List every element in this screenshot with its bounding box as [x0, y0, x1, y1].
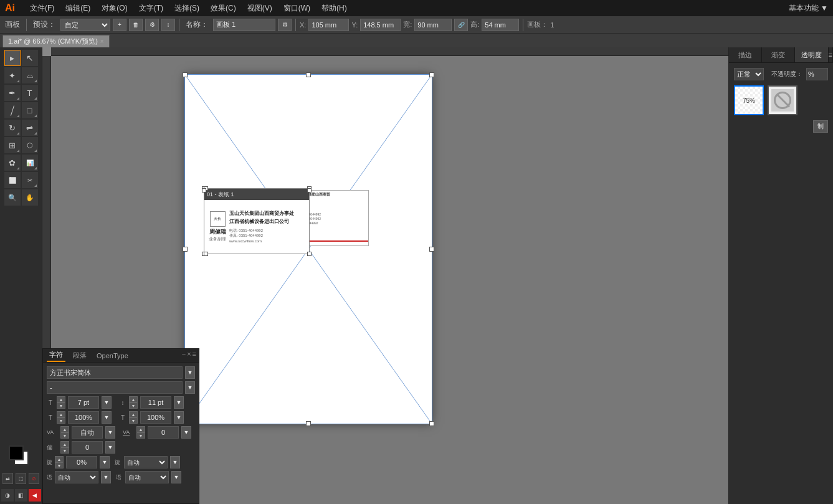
tab-transparency[interactable]: 透明度	[795, 47, 828, 62]
artboard-name-input[interactable]	[213, 19, 275, 31]
lock-aspect-btn[interactable]: 🔗	[454, 19, 468, 31]
font-size-input[interactable]	[68, 396, 99, 409]
delete-artboard-button[interactable]: 🗑	[129, 19, 143, 31]
pen-tool[interactable]: ✒	[4, 85, 21, 101]
baseline-up-btn[interactable]: ▲	[60, 441, 69, 447]
lang2-dropdown[interactable]: ▼	[170, 456, 180, 468]
type-tool[interactable]: T	[22, 85, 38, 101]
artboard-options-button[interactable]: ⚙	[145, 19, 159, 31]
line-tool[interactable]: ╲	[4, 102, 21, 118]
char-panel-close[interactable]: ×	[187, 350, 191, 358]
hscale-up-btn[interactable]: ▲	[57, 411, 65, 417]
handle-top-center[interactable]	[306, 72, 311, 77]
track-down-btn[interactable]: ▼	[136, 432, 145, 439]
foreground-color-swatch[interactable]	[9, 445, 24, 460]
y-input[interactable]	[360, 19, 401, 31]
default-colors-btn[interactable]: ⬚	[16, 473, 26, 484]
zoom-tool[interactable]: 🔍	[4, 189, 21, 206]
vscale-down-btn[interactable]: ▼	[129, 417, 138, 424]
leading-unit-dropdown[interactable]: ▼	[174, 396, 184, 409]
vert-scale-input[interactable]	[140, 411, 171, 424]
size-down-btn[interactable]: ▼	[57, 402, 65, 409]
kern-input[interactable]	[72, 426, 103, 439]
view-mode-btn1[interactable]: ◑	[1, 489, 14, 502]
leading-up-btn[interactable]: ▲	[129, 396, 138, 402]
free-transform-tool[interactable]: ⬡	[22, 137, 38, 153]
menu-text[interactable]: 文字(T)	[134, 2, 168, 15]
menu-file[interactable]: 文件(F)	[25, 2, 59, 15]
transparency-thumb-1[interactable]: 75%	[734, 85, 764, 115]
kern-down-btn[interactable]: ▼	[60, 432, 69, 439]
baseline-dropdown[interactable]: ▼	[105, 441, 115, 454]
doc-tab-close[interactable]: ×	[100, 38, 104, 45]
font-name-dropdown[interactable]: ▼	[185, 366, 195, 379]
x-input[interactable]	[308, 19, 349, 31]
menu-view[interactable]: 视图(V)	[242, 2, 277, 15]
char-tab-paragraph[interactable]: 段落	[70, 349, 89, 361]
hand-tool[interactable]: ✋	[22, 189, 38, 206]
chart-tool[interactable]: 📊	[22, 155, 38, 171]
lasso-tool[interactable]: ⌓	[22, 67, 38, 83]
small-card-preview[interactable]: 01 - 表纸 1 天长 周健瑞 业务副理 玉山天长集团山	[204, 188, 310, 254]
leading-down-btn[interactable]: ▼	[129, 402, 138, 409]
handle-top-left[interactable]	[183, 72, 188, 77]
lang1-dropdown[interactable]: ▼	[100, 456, 110, 468]
lang2-select[interactable]: 自动	[124, 456, 168, 468]
size-unit-dropdown[interactable]: ▼	[102, 396, 112, 409]
blend-mode-select[interactable]: 正常	[734, 68, 764, 80]
horiz-scale-input[interactable]	[68, 411, 99, 424]
menu-help[interactable]: 帮助(H)	[317, 2, 352, 15]
leading-input[interactable]	[140, 396, 171, 409]
artboard-tool[interactable]: ⬜	[4, 172, 21, 188]
vscale-dropdown[interactable]: ▼	[174, 411, 184, 424]
slice-tool[interactable]: ✂	[22, 172, 38, 188]
select-tool[interactable]: ▸	[4, 50, 21, 66]
rotate-tool[interactable]: ↻	[4, 120, 21, 136]
rect-tool[interactable]: □	[22, 102, 38, 118]
handle-mid-left[interactable]	[183, 247, 188, 252]
char-tab-opentype[interactable]: OpenType	[94, 351, 131, 361]
workspace-selector[interactable]: 基本功能 ▼	[789, 3, 828, 14]
magic-wand-tool[interactable]: ✦	[4, 67, 21, 83]
symbol-tool[interactable]: ✿	[4, 155, 21, 171]
handle-mid-right[interactable]	[429, 247, 434, 252]
lang1-up-btn[interactable]: ▲	[55, 456, 64, 462]
menu-object[interactable]: 对象(O)	[97, 2, 132, 15]
track-up-btn[interactable]: ▲	[136, 426, 145, 432]
transparency-thumb-2[interactable]	[768, 85, 797, 115]
doc-tab-1[interactable]: 1.ai* @ 66.67% (CMYK/预览) ×	[2, 35, 110, 47]
lang3-select[interactable]: 自动	[55, 471, 98, 483]
font-style-input[interactable]	[47, 381, 183, 394]
handle-bottom-center[interactable]	[306, 421, 311, 426]
new-artboard-button[interactable]: +	[113, 19, 126, 31]
mirror-tool[interactable]: ⇌	[22, 120, 38, 136]
char-tab-character[interactable]: 字符	[47, 349, 65, 362]
opacity-input[interactable]	[806, 68, 828, 80]
none-color-btn[interactable]: ⊘	[29, 473, 39, 484]
preset-select[interactable]: 自定	[60, 19, 110, 31]
warp-tool[interactable]: ⊞	[4, 137, 21, 153]
panel-menu-btn[interactable]: ≡	[829, 47, 833, 62]
kern-dropdown[interactable]: ▼	[105, 426, 115, 439]
lang4-dropdown[interactable]: ▼	[171, 471, 181, 483]
swap-colors-btn[interactable]: ⇄	[2, 473, 13, 484]
size-up-btn[interactable]: ▲	[57, 396, 65, 402]
track-input[interactable]	[148, 426, 179, 439]
hscale-dropdown[interactable]: ▼	[102, 411, 112, 424]
h-input[interactable]	[482, 19, 519, 31]
artboard-settings-btn[interactable]: ⚙	[278, 19, 292, 31]
tab-stroke[interactable]: 描边	[729, 47, 762, 62]
direct-select-tool[interactable]: ↖	[22, 50, 38, 66]
lang1-input[interactable]	[66, 456, 97, 468]
view-mode-btn3[interactable]: ◀	[29, 489, 41, 502]
lang3-dropdown[interactable]: ▼	[101, 471, 111, 483]
tab-gradient[interactable]: 渐变	[762, 47, 795, 62]
view-mode-btn2[interactable]: ◧	[15, 489, 27, 502]
move-artboard-button[interactable]: ↕	[161, 19, 175, 31]
make-mask-button[interactable]: 制	[813, 120, 828, 133]
handle-bottom-right[interactable]	[429, 421, 434, 426]
char-panel-menu[interactable]: ≡	[193, 350, 196, 358]
w-input[interactable]	[414, 19, 452, 31]
baseline-down-btn[interactable]: ▼	[60, 447, 69, 454]
menu-window[interactable]: 窗口(W)	[278, 2, 315, 15]
